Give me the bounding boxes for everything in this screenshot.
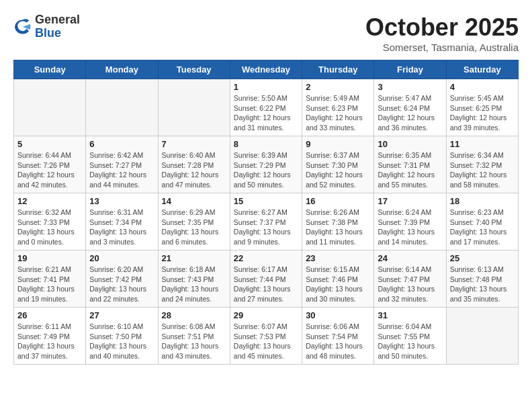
day-info: Sunrise: 6:29 AM Sunset: 7:35 PM Dayligh…: [162, 208, 226, 247]
calendar-cell: 29Sunrise: 6:07 AM Sunset: 7:53 PM Dayli…: [230, 308, 302, 365]
day-number: 23: [306, 253, 370, 263]
calendar-body: 1Sunrise: 5:50 AM Sunset: 6:22 PM Daylig…: [14, 79, 519, 365]
logo-text: General Blue: [35, 13, 80, 40]
day-info: Sunrise: 5:50 AM Sunset: 6:22 PM Dayligh…: [234, 93, 298, 133]
calendar-cell: [446, 308, 518, 365]
location: Somerset, Tasmania, Australia: [365, 42, 519, 53]
day-number: 1: [234, 82, 298, 92]
calendar-cell: 14Sunrise: 6:29 AM Sunset: 7:35 PM Dayli…: [158, 193, 230, 250]
title-area: October 2025 Somerset, Tasmania, Austral…: [365, 13, 519, 53]
day-number: 10: [378, 139, 442, 149]
week-row-2: 5Sunrise: 6:44 AM Sunset: 7:26 PM Daylig…: [14, 136, 519, 193]
day-info: Sunrise: 6:42 AM Sunset: 7:27 PM Dayligh…: [89, 150, 154, 190]
day-info: Sunrise: 6:15 AM Sunset: 7:46 PM Dayligh…: [306, 265, 370, 304]
calendar-cell: 16Sunrise: 6:26 AM Sunset: 7:38 PM Dayli…: [302, 193, 374, 250]
day-info: Sunrise: 6:08 AM Sunset: 7:51 PM Dayligh…: [162, 322, 226, 361]
day-number: 29: [234, 310, 298, 320]
day-number: 8: [234, 139, 298, 149]
calendar-cell: 24Sunrise: 6:14 AM Sunset: 7:47 PM Dayli…: [374, 250, 446, 308]
calendar-cell: 27Sunrise: 6:10 AM Sunset: 7:50 PM Dayli…: [86, 308, 158, 365]
weekday-header-wednesday: Wednesday: [230, 60, 302, 79]
calendar-cell: 4Sunrise: 5:45 AM Sunset: 6:25 PM Daylig…: [446, 79, 518, 136]
day-info: Sunrise: 6:39 AM Sunset: 7:29 PM Dayligh…: [234, 150, 298, 190]
day-info: Sunrise: 6:37 AM Sunset: 7:30 PM Dayligh…: [306, 150, 370, 190]
day-number: 5: [17, 139, 82, 149]
calendar-cell: [14, 79, 86, 136]
day-info: Sunrise: 6:13 AM Sunset: 7:48 PM Dayligh…: [450, 265, 515, 304]
day-number: 3: [378, 82, 442, 92]
calendar-cell: 12Sunrise: 6:32 AM Sunset: 7:33 PM Dayli…: [14, 193, 86, 250]
calendar-cell: 31Sunrise: 6:04 AM Sunset: 7:55 PM Dayli…: [374, 308, 446, 365]
day-info: Sunrise: 5:45 AM Sunset: 6:25 PM Dayligh…: [450, 93, 515, 133]
calendar-cell: 10Sunrise: 6:35 AM Sunset: 7:31 PM Dayli…: [374, 136, 446, 193]
calendar-cell: 5Sunrise: 6:44 AM Sunset: 7:26 PM Daylig…: [14, 136, 86, 193]
day-number: 22: [234, 253, 298, 263]
calendar-cell: 26Sunrise: 6:11 AM Sunset: 7:49 PM Dayli…: [14, 308, 86, 365]
day-number: 4: [450, 82, 515, 92]
day-number: 20: [89, 253, 154, 263]
calendar-cell: 30Sunrise: 6:06 AM Sunset: 7:54 PM Dayli…: [302, 308, 374, 365]
day-number: 28: [162, 310, 226, 320]
calendar-cell: 7Sunrise: 6:40 AM Sunset: 7:28 PM Daylig…: [158, 136, 230, 193]
day-number: 19: [17, 253, 82, 263]
calendar-cell: 21Sunrise: 6:18 AM Sunset: 7:43 PM Dayli…: [158, 250, 230, 308]
day-info: Sunrise: 6:40 AM Sunset: 7:28 PM Dayligh…: [162, 150, 226, 190]
day-number: 12: [17, 196, 82, 206]
day-info: Sunrise: 6:07 AM Sunset: 7:53 PM Dayligh…: [234, 322, 298, 361]
calendar-cell: 13Sunrise: 6:31 AM Sunset: 7:34 PM Dayli…: [86, 193, 158, 250]
day-number: 18: [450, 196, 515, 206]
calendar-cell: 15Sunrise: 6:27 AM Sunset: 7:37 PM Dayli…: [230, 193, 302, 250]
day-number: 26: [17, 310, 82, 320]
calendar-cell: 25Sunrise: 6:13 AM Sunset: 7:48 PM Dayli…: [446, 250, 518, 308]
day-number: 14: [162, 196, 226, 206]
calendar-cell: 1Sunrise: 5:50 AM Sunset: 6:22 PM Daylig…: [230, 79, 302, 136]
day-info: Sunrise: 6:24 AM Sunset: 7:39 PM Dayligh…: [378, 208, 442, 247]
day-info: Sunrise: 5:47 AM Sunset: 6:24 PM Dayligh…: [378, 93, 442, 133]
week-row-4: 19Sunrise: 6:21 AM Sunset: 7:41 PM Dayli…: [14, 250, 519, 308]
weekday-header-tuesday: Tuesday: [158, 60, 230, 79]
calendar-cell: 11Sunrise: 6:34 AM Sunset: 7:32 PM Dayli…: [446, 136, 518, 193]
calendar-cell: 9Sunrise: 6:37 AM Sunset: 7:30 PM Daylig…: [302, 136, 374, 193]
week-row-1: 1Sunrise: 5:50 AM Sunset: 6:22 PM Daylig…: [14, 79, 519, 136]
day-number: 21: [162, 253, 226, 263]
day-info: Sunrise: 6:44 AM Sunset: 7:26 PM Dayligh…: [17, 150, 82, 190]
day-number: 27: [89, 310, 154, 320]
day-info: Sunrise: 6:35 AM Sunset: 7:31 PM Dayligh…: [378, 150, 442, 190]
weekday-header-sunday: Sunday: [14, 60, 86, 79]
calendar-cell: [158, 79, 230, 136]
weekday-header-saturday: Saturday: [446, 60, 518, 79]
day-info: Sunrise: 6:27 AM Sunset: 7:37 PM Dayligh…: [234, 208, 298, 247]
day-number: 2: [306, 82, 370, 92]
day-number: 7: [162, 139, 226, 149]
day-number: 30: [306, 310, 370, 320]
day-info: Sunrise: 6:31 AM Sunset: 7:34 PM Dayligh…: [89, 208, 154, 247]
calendar-cell: 22Sunrise: 6:17 AM Sunset: 7:44 PM Dayli…: [230, 250, 302, 308]
day-info: Sunrise: 6:10 AM Sunset: 7:50 PM Dayligh…: [89, 322, 154, 361]
calendar-header: General Blue October 2025 Somerset, Tasm…: [13, 13, 519, 53]
day-number: 16: [306, 196, 370, 206]
day-info: Sunrise: 6:14 AM Sunset: 7:47 PM Dayligh…: [378, 265, 442, 304]
day-info: Sunrise: 5:49 AM Sunset: 6:23 PM Dayligh…: [306, 93, 370, 133]
calendar-cell: 23Sunrise: 6:15 AM Sunset: 7:46 PM Dayli…: [302, 250, 374, 308]
week-row-5: 26Sunrise: 6:11 AM Sunset: 7:49 PM Dayli…: [14, 308, 519, 365]
week-row-3: 12Sunrise: 6:32 AM Sunset: 7:33 PM Dayli…: [14, 193, 519, 250]
day-info: Sunrise: 6:26 AM Sunset: 7:38 PM Dayligh…: [306, 208, 370, 247]
day-info: Sunrise: 6:04 AM Sunset: 7:55 PM Dayligh…: [378, 322, 442, 361]
weekday-header-thursday: Thursday: [302, 60, 374, 79]
day-number: 13: [89, 196, 154, 206]
calendar-cell: 19Sunrise: 6:21 AM Sunset: 7:41 PM Dayli…: [14, 250, 86, 308]
day-number: 17: [378, 196, 442, 206]
calendar-table: SundayMondayTuesdayWednesdayThursdayFrid…: [13, 60, 519, 365]
day-info: Sunrise: 6:34 AM Sunset: 7:32 PM Dayligh…: [450, 150, 515, 190]
day-number: 9: [306, 139, 370, 149]
day-number: 25: [450, 253, 515, 263]
day-info: Sunrise: 6:20 AM Sunset: 7:42 PM Dayligh…: [89, 265, 154, 304]
day-info: Sunrise: 6:18 AM Sunset: 7:43 PM Dayligh…: [162, 265, 226, 304]
month-title: October 2025: [365, 13, 519, 42]
calendar-cell: 18Sunrise: 6:23 AM Sunset: 7:40 PM Dayli…: [446, 193, 518, 250]
day-number: 24: [378, 253, 442, 263]
calendar-cell: 3Sunrise: 5:47 AM Sunset: 6:24 PM Daylig…: [374, 79, 446, 136]
calendar-cell: 8Sunrise: 6:39 AM Sunset: 7:29 PM Daylig…: [230, 136, 302, 193]
day-info: Sunrise: 6:21 AM Sunset: 7:41 PM Dayligh…: [17, 265, 82, 304]
calendar-cell: 6Sunrise: 6:42 AM Sunset: 7:27 PM Daylig…: [86, 136, 158, 193]
